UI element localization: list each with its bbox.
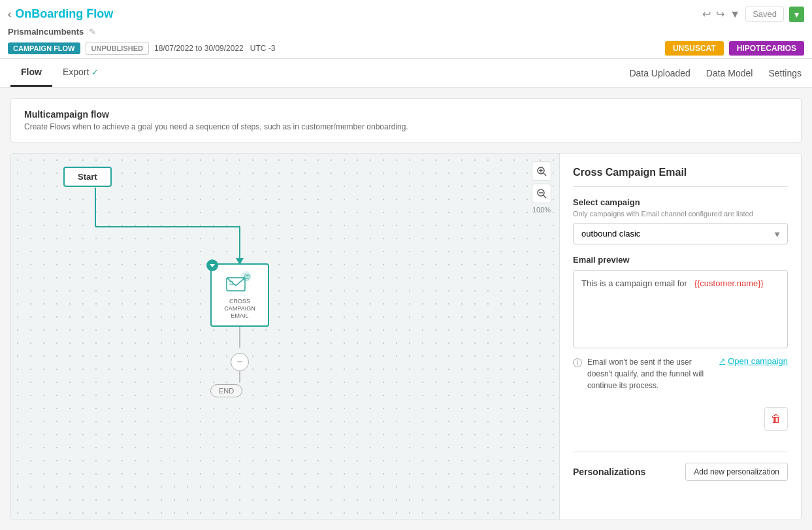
email-preview-box: This is a campaign email for {{customer.… — [573, 270, 788, 348]
info-banner: Multicampaign flow Create Flows when to … — [10, 98, 802, 142]
add-personalization-button[interactable]: Add new personalization — [685, 463, 788, 481]
page-title: OnBoarding Flow — [15, 7, 113, 21]
unpublished-badge: UNPUBLISHED — [86, 42, 149, 55]
info-text: Email won't be sent if the user doesn't … — [587, 356, 714, 391]
hipotecarios-button[interactable]: HIPOTECARIOS — [729, 41, 804, 56]
zoom-controls: 100% — [532, 161, 551, 214]
email-node-label: CROSS CAMPAIGN EMAIL — [218, 298, 261, 319]
tabbar: Flow Export ✓ Data Uploaded Data Model S… — [0, 59, 812, 88]
right-panel: Cross Campaign Email Select campaign Onl… — [559, 154, 801, 520]
main-area: 100% Start — [10, 153, 802, 520]
zoom-out-button[interactable] — [532, 184, 551, 203]
email-node-badge — [206, 259, 218, 271]
svg-line-1 — [544, 173, 546, 176]
campaign-select-wrapper: outbound clasic ▼ — [573, 223, 788, 244]
tab-export[interactable]: Export ✓ — [52, 59, 109, 87]
info-icon: ⓘ — [573, 357, 582, 369]
campaign-flow-badge: CAMPAIGN FLOW — [8, 42, 80, 54]
tab-data-model[interactable]: Data Model — [706, 68, 753, 78]
select-campaign-label: Select campaign — [573, 197, 788, 207]
svg-line-5 — [544, 195, 546, 198]
end-node: END — [210, 384, 242, 397]
start-node[interactable]: Start — [63, 167, 112, 187]
tab-data-uploaded[interactable]: Data Uploaded — [629, 68, 690, 78]
delete-button[interactable]: 🗑 — [764, 407, 788, 431]
connector-svg — [63, 188, 325, 279]
open-campaign-link[interactable]: ↗ Open campaign — [719, 356, 788, 366]
topbar-row2: PrismaIncumbents ✎ — [8, 27, 804, 37]
info-box: ⓘ Email won't be sent if the user doesn'… — [573, 356, 714, 391]
external-link-icon: ↗ — [719, 357, 725, 365]
zoom-in-button[interactable] — [532, 161, 551, 181]
topbar: ‹ OnBoarding Flow ↩ ↪ ▼ Saved ▾ PrismaIn… — [0, 0, 812, 59]
svg-marker-11 — [210, 264, 215, 267]
undo-icon[interactable]: ↩ — [702, 8, 711, 20]
topbar-row1: ‹ OnBoarding Flow ↩ ↪ ▼ Saved ▾ — [8, 3, 804, 22]
delete-icon: 🗑 — [771, 413, 781, 425]
arrow-icon — [209, 262, 216, 269]
pre-end-connector — [210, 371, 269, 384]
preview-static-text: This is a campaign email for — [581, 278, 687, 288]
topbar-actions: UNSUSCAT HIPOTECARIOS — [665, 41, 804, 56]
personalizations-label: Personalizations — [573, 467, 645, 477]
email-icon: @ — [225, 271, 254, 293]
dropdown-button[interactable]: ▾ — [789, 7, 804, 22]
personalizations-section: Personalizations Add new personalization — [573, 452, 788, 481]
org-name: PrismaIncumbents — [8, 27, 84, 37]
campaign-select[interactable]: outbound clasic — [573, 223, 788, 244]
flow-diagram: Start — [63, 167, 112, 187]
svg-text:@: @ — [244, 273, 250, 280]
zoom-in-icon — [536, 166, 547, 176]
unsuscat-button[interactable]: UNSUSCAT — [665, 41, 724, 56]
saved-badge: Saved — [745, 7, 784, 22]
flow-canvas[interactable]: 100% Start — [11, 154, 559, 520]
tab-right-nav: Data Uploaded Data Model Settings — [629, 68, 802, 78]
select-campaign-sublabel: Only campaigns with Email channel config… — [573, 210, 788, 218]
redo-icon[interactable]: ↪ — [716, 8, 724, 20]
panel-title: Cross Campaign Email — [573, 167, 788, 187]
email-node[interactable]: @ CROSS CAMPAIGN EMAIL — [210, 263, 269, 327]
dropdown-arrow-icon[interactable]: ▼ — [730, 8, 740, 20]
topbar-row3: CAMPAIGN FLOW UNPUBLISHED 18/07/2022 to … — [8, 41, 804, 56]
post-email-connector — [210, 327, 269, 353]
add-minus-node[interactable]: − — [231, 353, 249, 371]
info-banner-title: Multicampaign flow — [24, 109, 788, 120]
preview-dynamic-text: {{customer.name}} — [694, 278, 764, 288]
tab-flow[interactable]: Flow — [10, 59, 52, 87]
email-node-wrapper: @ CROSS CAMPAIGN EMAIL − — [210, 263, 269, 397]
edit-icon[interactable]: ✎ — [89, 27, 96, 37]
zoom-out-icon — [536, 188, 547, 199]
back-icon[interactable]: ‹ — [8, 8, 11, 20]
zoom-level: 100% — [532, 206, 551, 214]
tab-settings[interactable]: Settings — [768, 68, 802, 78]
email-preview-label: Email preview — [573, 255, 788, 265]
info-banner-description: Create Flows when to achieve a goal you … — [24, 122, 788, 131]
export-check-icon: ✓ — [91, 67, 99, 77]
topbar-right: ↩ ↪ ▼ Saved ▾ — [702, 7, 804, 22]
date-range: 18/07/2022 to 30/09/2022 UTC -3 — [154, 44, 275, 53]
